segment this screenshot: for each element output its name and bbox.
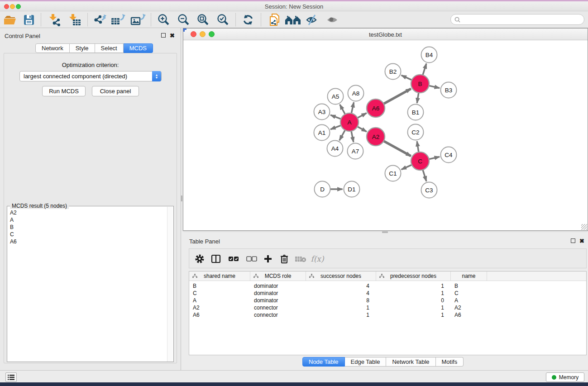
deselect-all-columns-button[interactable] (244, 252, 259, 266)
list-item[interactable]: C (8, 231, 167, 238)
graph-edge-A-A8[interactable] (351, 102, 354, 114)
gear-icon (194, 253, 205, 264)
graph-edge-C-C3[interactable] (422, 169, 426, 181)
tab-edge-table[interactable]: Edge Table (345, 357, 387, 367)
task-history-button[interactable] (5, 372, 17, 382)
graph-edge-A-A5[interactable] (340, 105, 346, 115)
search-input[interactable] (463, 15, 584, 24)
criterion-dropdown-value: largest connected component (directed) (24, 73, 127, 80)
graph-edge-C-C2[interactable] (417, 141, 419, 153)
delete-column-button[interactable] (277, 252, 292, 266)
graph-edge-A-A7[interactable] (351, 130, 354, 142)
new-network-from-selection-button[interactable] (266, 13, 283, 27)
attribute-type-icon (253, 274, 258, 278)
table-row[interactable]: C dominator 4 1 C (189, 290, 586, 297)
import-table-icon (68, 14, 81, 26)
tab-select[interactable]: Select (95, 43, 124, 53)
table-settings-button[interactable] (192, 252, 207, 266)
list-item[interactable]: A2 (8, 209, 167, 216)
tab-network-table[interactable]: Network Table (386, 357, 435, 367)
select-all-columns-button[interactable] (226, 252, 241, 266)
float-panel-icon[interactable] (161, 33, 166, 38)
control-panel-title: Control Panel (5, 33, 40, 39)
network-window-title: testGlobe.txt (183, 31, 588, 38)
column-header-name[interactable]: name (451, 272, 487, 281)
table-row[interactable]: B dominator 4 1 B (189, 282, 586, 290)
list-item[interactable]: A6 (8, 238, 167, 245)
vertical-splitter-handle[interactable] (181, 195, 182, 201)
dropdown-stepper-icon: ▲▼ (152, 71, 161, 81)
graph-edge-A-A2[interactable] (357, 126, 367, 132)
criterion-dropdown[interactable]: largest connected component (directed) ▲… (19, 71, 162, 81)
mcds-tab-content: Optimization criterion: largest connecte… (4, 53, 177, 363)
list-scrollbar[interactable] (167, 207, 173, 362)
column-header-successor-nodes[interactable]: successor nodes (306, 272, 376, 281)
session-title: Session: New Session (0, 3, 588, 10)
create-column-button[interactable] (260, 252, 276, 266)
export-table-button[interactable] (110, 13, 127, 27)
list-item[interactable]: B (8, 224, 167, 231)
save-session-button[interactable] (20, 13, 38, 27)
attribute-type-icon (192, 274, 197, 278)
tab-network[interactable]: Network (35, 43, 70, 53)
list-item[interactable]: A (8, 216, 167, 224)
run-mcds-button[interactable]: Run MCDS (42, 86, 86, 96)
window-resize-grip[interactable] (581, 224, 587, 230)
network-window-titlebar: testGlobe.txt (183, 29, 588, 40)
export-image-button[interactable] (129, 13, 147, 27)
show-selected-button[interactable] (324, 13, 341, 27)
graph-edge-A6-B[interactable] (383, 89, 411, 104)
graph-edge-B-B4[interactable] (422, 64, 426, 76)
graph-node-label-A6: A6 (372, 105, 380, 112)
float-panel-icon[interactable] (571, 238, 575, 243)
column-header-mcds-role[interactable]: MCDS role (250, 272, 306, 281)
function-builder-button[interactable]: f(x) (310, 252, 325, 266)
show-column-panel-button[interactable] (208, 252, 224, 266)
tab-mcds[interactable]: MCDS (124, 43, 153, 53)
table-panel: Table Panel ✖ (183, 236, 588, 370)
open-session-button[interactable] (2, 13, 19, 27)
graph-edge-B-B3[interactable] (428, 86, 440, 88)
show-all-networks-button[interactable] (284, 13, 301, 27)
checked-checkboxes-icon (228, 256, 239, 262)
graph-edge-A-A4[interactable] (339, 129, 345, 140)
zoom-out-button[interactable] (175, 13, 192, 27)
export-network-button[interactable] (91, 13, 109, 27)
import-table-button[interactable] (66, 13, 83, 27)
close-panel-icon[interactable]: ✖ (170, 33, 175, 38)
horizontal-splitter-handle[interactable] (382, 231, 388, 233)
graph-edge-A2-C[interactable] (383, 141, 411, 156)
hide-selected-button[interactable] (304, 13, 321, 27)
graph-edge-C-C4[interactable] (428, 157, 440, 159)
wallpaper-bottom-strip (0, 382, 588, 386)
memory-button[interactable]: Memory (546, 372, 584, 382)
close-panel-button[interactable]: Close panel (92, 86, 139, 96)
import-network-button[interactable] (46, 13, 63, 27)
graph-edge-A-A3[interactable] (330, 115, 342, 119)
graph-edge-C-C1[interactable] (402, 164, 413, 169)
node-table: shared name MCDS role successor nodes pr… (189, 271, 587, 355)
copy-network-document-icon (268, 13, 282, 27)
graph-edge-B-B2[interactable] (402, 75, 413, 80)
tab-motifs[interactable]: Motifs (436, 357, 464, 367)
graph-node-label-A: A (347, 119, 351, 126)
graph-edge-A-A6[interactable] (357, 113, 367, 119)
table-row[interactable]: A6 connector 1 1 A6 (189, 311, 586, 319)
graph-edge-A-A1[interactable] (330, 125, 342, 129)
zoom-fit-button[interactable] (194, 13, 211, 27)
zoom-selected-button[interactable] (214, 13, 231, 27)
zoom-in-button[interactable] (155, 13, 172, 27)
tab-node-table[interactable]: Node Table (302, 357, 345, 367)
graph-edge-B-B1[interactable] (417, 92, 419, 103)
tab-style[interactable]: Style (70, 43, 95, 53)
column-header-shared-name[interactable]: shared name (189, 272, 250, 281)
fx-icon: f(x) (311, 254, 324, 263)
column-header-predecessor-nodes[interactable]: predecessor nodes (376, 272, 451, 281)
table-row[interactable]: A2 connector 1 1 A2 (189, 304, 586, 311)
delete-table-button[interactable] (293, 252, 308, 266)
apply-layout-button[interactable] (239, 13, 257, 27)
network-canvas[interactable]: B4B2BB3A5A8A6A3B1AA1C2A2A4A7C4CC1DD1C3 (183, 40, 588, 230)
table-row[interactable]: A dominator 8 0 A (189, 297, 586, 304)
delete-table-icon (295, 255, 306, 262)
close-panel-icon[interactable]: ✖ (579, 239, 584, 243)
